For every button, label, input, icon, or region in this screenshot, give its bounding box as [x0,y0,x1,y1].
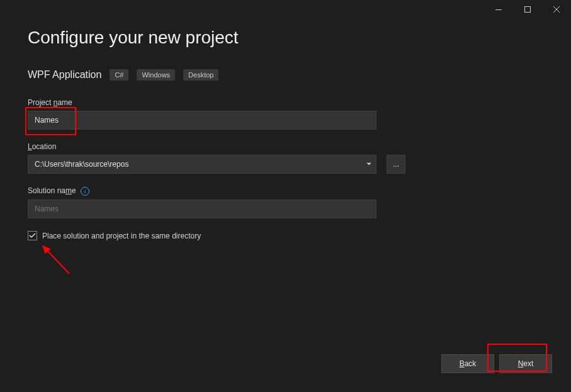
solution-name-group: Solution name i [28,186,543,218]
project-name-group: Project name [28,98,543,130]
location-dropdown[interactable] [28,155,376,174]
solution-name-input [28,199,376,218]
project-name-label: Project name [28,98,543,107]
footer-buttons: Back Next [441,354,552,373]
browse-button[interactable]: ... [387,155,405,174]
template-row: WPF Application C# Windows Desktop [28,69,543,81]
svg-rect-1 [525,7,531,13]
template-name: WPF Application [28,69,101,81]
same-directory-label: Place solution and project in the same d… [42,232,201,240]
location-row: ... [28,155,543,174]
maximize-icon [524,6,531,13]
svg-rect-0 [495,9,502,10]
template-tag: C# [110,69,128,81]
svg-line-6 [43,246,69,274]
page-title: Configure your new project [28,28,543,48]
content-area: Configure your new project WPF Applicati… [0,19,571,240]
next-button[interactable]: Next [499,354,552,373]
titlebar [0,0,571,19]
maximize-button[interactable] [513,0,542,19]
same-directory-checkbox[interactable] [28,231,37,240]
close-icon [553,6,560,13]
location-group: Location ... [28,142,543,174]
template-tag: Desktop [183,69,218,81]
minimize-icon [495,9,502,10]
location-label: Location [28,142,543,151]
location-input[interactable] [28,155,376,174]
project-name-input[interactable] [28,111,376,130]
back-button[interactable]: Back [441,354,494,373]
info-icon[interactable]: i [81,187,89,196]
same-directory-row[interactable]: Place solution and project in the same d… [28,231,543,240]
minimize-button[interactable] [484,0,513,19]
annotation-arrow [38,242,76,280]
close-button[interactable] [542,0,571,19]
template-tag: Windows [137,69,175,81]
check-icon [29,233,36,238]
solution-name-label: Solution name i [28,186,543,196]
